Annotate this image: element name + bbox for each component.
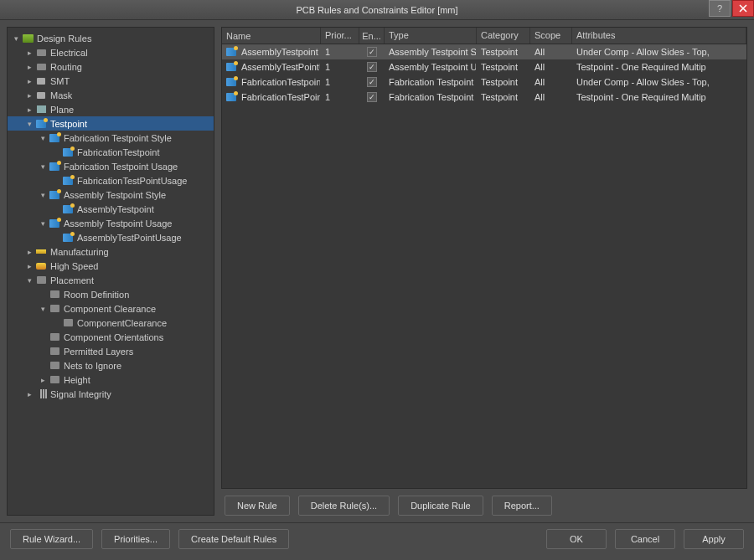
tree-item[interactable]: ▸AssemblyTestpoint xyxy=(8,202,214,216)
close-button[interactable] xyxy=(732,0,754,17)
collapse-icon[interactable]: ▾ xyxy=(11,34,21,43)
cell-enabled[interactable]: ✓ xyxy=(359,75,385,89)
tree-item[interactable]: ▾Design Rules xyxy=(8,31,214,45)
report-button[interactable]: Report... xyxy=(492,496,552,516)
tree-item[interactable]: ▸Plane xyxy=(8,102,214,116)
tree-label: Signal Integrity xyxy=(50,389,111,399)
col-name[interactable]: Name xyxy=(222,28,321,44)
cell-type: Assembly Testpoint S xyxy=(385,45,477,59)
create-default-rules-button[interactable]: Create Default Rules xyxy=(178,529,289,549)
cell-enabled[interactable]: ✓ xyxy=(359,45,385,59)
priorities-button[interactable]: Priorities... xyxy=(101,529,170,549)
table-row[interactable]: FabricationTestpoin1✓Fabrication Testpoi… xyxy=(222,74,746,90)
leaf-icon xyxy=(48,346,61,357)
cell-name: FabricationTestpoin xyxy=(222,74,321,90)
collapse-icon[interactable]: ▾ xyxy=(24,276,34,285)
leaf-icon xyxy=(48,289,61,301)
col-priority[interactable]: Prior... xyxy=(321,28,359,44)
tree-label: Assembly Testpoint Usage xyxy=(64,218,172,229)
table-row[interactable]: FabricationTestPoin1✓Fabrication Testpoi… xyxy=(222,90,746,105)
tree-item[interactable]: ▸Mask xyxy=(8,88,214,102)
collapse-icon[interactable]: ▾ xyxy=(38,134,48,142)
tree-item[interactable]: ▸Permitted Layers xyxy=(8,344,214,358)
expand-icon[interactable]: ▸ xyxy=(24,390,34,398)
tree-item[interactable]: ▾Fabrication Testpoint Usage xyxy=(8,159,214,173)
tree-item[interactable]: ▸Electrical xyxy=(8,45,214,59)
col-enabled[interactable]: En... xyxy=(359,28,385,44)
expand-icon[interactable]: ▸ xyxy=(24,49,34,57)
table-row[interactable]: AssemblyTestpoint1✓Assembly Testpoint ST… xyxy=(222,44,746,59)
checkbox-icon[interactable]: ✓ xyxy=(367,47,377,57)
collapse-icon[interactable]: ▾ xyxy=(38,191,48,199)
cell-enabled[interactable]: ✓ xyxy=(359,90,385,104)
tree-item[interactable]: ▸Nets to Ignore xyxy=(8,358,214,372)
collapse-icon[interactable]: ▾ xyxy=(38,162,48,171)
tree-item[interactable]: ▸AssemblyTestPointUsage xyxy=(8,230,214,244)
ok-button[interactable]: OK xyxy=(546,529,607,549)
tree-item[interactable]: ▾Fabrication Testpoint Style xyxy=(8,131,214,145)
tree-label: Electrical xyxy=(50,48,88,58)
col-category[interactable]: Category xyxy=(477,28,530,44)
tree-item[interactable]: ▸Height xyxy=(8,372,214,387)
cell-type: Fabrication Testpoint xyxy=(385,90,477,104)
checkbox-icon[interactable]: ✓ xyxy=(367,92,377,102)
tree-item[interactable]: ▾Placement xyxy=(8,273,214,287)
duplicate-rule-button[interactable]: Duplicate Rule xyxy=(398,496,483,516)
smt-icon xyxy=(34,75,48,87)
rules-grid[interactable]: Name Prior... En... Type Category Scope … xyxy=(221,27,747,489)
tree-label: Manufacturing xyxy=(50,247,109,257)
cell-attributes: Under Comp - Allow Sides - Top, xyxy=(572,75,746,89)
col-attributes[interactable]: Attributes xyxy=(572,28,746,44)
leaf-icon xyxy=(48,374,61,386)
expand-icon[interactable]: ▸ xyxy=(24,77,34,85)
help-button[interactable]: ? xyxy=(709,0,731,17)
collapse-icon[interactable]: ▾ xyxy=(24,120,34,128)
tree-label: AssemblyTestpoint xyxy=(77,204,154,214)
cell-name: AssemblyTestpoint xyxy=(222,44,321,59)
tree-item[interactable]: ▸Signal Integrity xyxy=(8,387,214,401)
folder-icon xyxy=(21,33,34,44)
cell-type: Assembly Testpoint U xyxy=(385,60,477,74)
expand-icon[interactable]: ▸ xyxy=(24,262,34,270)
cell-category: Testpoint xyxy=(477,45,530,59)
expand-icon[interactable]: ▸ xyxy=(24,91,34,100)
collapse-icon[interactable]: ▾ xyxy=(38,219,48,228)
cell-enabled[interactable]: ✓ xyxy=(359,60,385,74)
tree-item[interactable]: ▾Component Clearance xyxy=(8,301,214,316)
tree-item[interactable]: ▸FabricationTestpoint xyxy=(8,145,214,159)
tree-item[interactable]: ▸Manufacturing xyxy=(8,244,214,259)
checkbox-icon[interactable]: ✓ xyxy=(367,62,377,72)
col-type[interactable]: Type xyxy=(385,28,477,44)
tree-item[interactable]: ▸Room Definition xyxy=(8,287,214,301)
checkbox-icon[interactable]: ✓ xyxy=(367,77,377,87)
expand-icon[interactable]: ▸ xyxy=(38,376,48,384)
tree-item[interactable]: ▸ComponentClearance xyxy=(8,316,214,330)
tree-item[interactable]: ▸Component Orientations xyxy=(8,330,214,344)
dialog-footer: Rule Wizard... Priorities... Create Defa… xyxy=(0,522,754,554)
leaf-icon xyxy=(48,303,61,315)
tree-label: Nets to Ignore xyxy=(64,361,121,371)
expand-icon[interactable]: ▸ xyxy=(24,248,34,256)
expand-icon[interactable]: ▸ xyxy=(24,105,34,114)
tree-item[interactable]: ▸High Speed xyxy=(8,259,214,273)
tree-item[interactable]: ▾Assembly Testpoint Style xyxy=(8,188,214,202)
tree-item[interactable]: ▸Routing xyxy=(8,59,214,74)
cell-name-text: FabricationTestPoin xyxy=(241,92,321,102)
tree-item[interactable]: ▸SMT xyxy=(8,74,214,88)
collapse-icon[interactable]: ▾ xyxy=(38,305,48,313)
col-scope[interactable]: Scope xyxy=(530,28,572,44)
cancel-button[interactable]: Cancel xyxy=(615,529,675,549)
grid-header[interactable]: Name Prior... En... Type Category Scope … xyxy=(222,28,746,44)
apply-button[interactable]: Apply xyxy=(684,529,744,549)
expand-icon[interactable]: ▸ xyxy=(24,63,34,71)
rules-tree[interactable]: ▾Design Rules▸Electrical▸Routing▸SMT▸Mas… xyxy=(7,27,214,516)
tree-item[interactable]: ▾Testpoint xyxy=(8,116,214,131)
rule-wizard-button[interactable]: Rule Wizard... xyxy=(10,529,93,549)
tree-item[interactable]: ▾Assembly Testpoint Usage xyxy=(8,216,214,230)
delete-rule-button[interactable]: Delete Rule(s)... xyxy=(298,496,390,516)
table-row[interactable]: AssemblyTestPointU1✓Assembly Testpoint U… xyxy=(222,59,746,74)
new-rule-button[interactable]: New Rule xyxy=(225,496,290,516)
rule-icon xyxy=(48,189,61,201)
content-area: ▾Design Rules▸Electrical▸Routing▸SMT▸Mas… xyxy=(0,20,754,522)
tree-item[interactable]: ▸FabricationTestPointUsage xyxy=(8,173,214,188)
